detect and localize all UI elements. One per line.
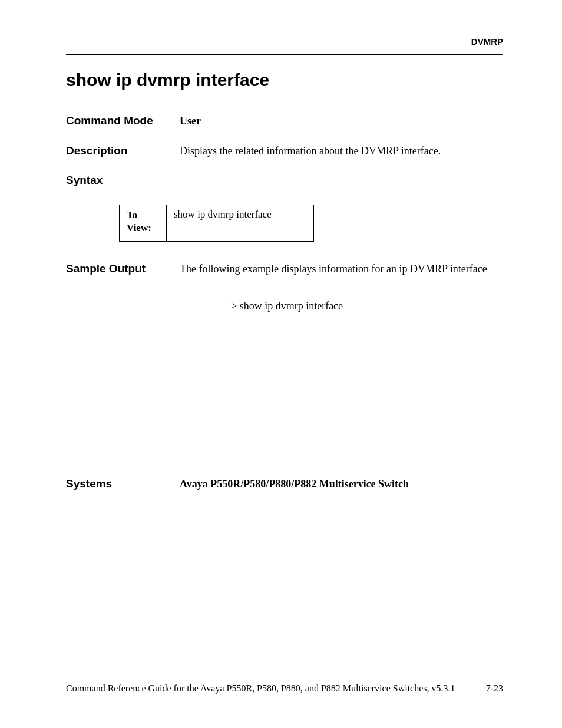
sample-output-row: Sample Output The following example disp… — [66, 262, 503, 276]
command-mode-label: Command Mode — [66, 114, 180, 127]
command-mode-value: User — [180, 114, 201, 129]
footer-row: Command Reference Guide for the Avaya P5… — [66, 683, 503, 694]
systems-row: Systems Avaya P550R/P580/P880/P882 Multi… — [66, 477, 503, 490]
footer-guide-text: Command Reference Guide for the Avaya P5… — [66, 683, 455, 694]
syntax-table-right: show ip dvmrp interface — [167, 205, 314, 241]
document-page: DVMRP show ip dvmrp interface Command Mo… — [0, 0, 562, 490]
description-row: Description Displays the related informa… — [66, 144, 503, 159]
description-label: Description — [66, 144, 180, 157]
command-mode-row: Command Mode User — [66, 114, 503, 129]
sample-output-label: Sample Output — [66, 262, 180, 275]
header-rule — [66, 54, 503, 55]
systems-label: Systems — [66, 477, 180, 490]
footer-rule — [66, 677, 503, 677]
page-footer: Command Reference Guide for the Avaya P5… — [66, 677, 503, 694]
sample-output-command: > show ip dvmrp interface — [231, 300, 503, 312]
header-section-label: DVMRP — [66, 37, 503, 47]
systems-value: Avaya P550R/P580/P880/P882 Multiservice … — [180, 478, 409, 490]
syntax-label: Syntax — [66, 174, 503, 187]
page-title: show ip dvmrp interface — [66, 70, 503, 90]
footer-page-number: 7-23 — [486, 683, 503, 694]
syntax-table-left: ToView: — [120, 205, 167, 241]
sample-output-text: The following example displays informati… — [180, 262, 487, 276]
syntax-table: ToView: show ip dvmrp interface — [119, 205, 314, 241]
description-value: Displays the related information about t… — [180, 144, 441, 159]
